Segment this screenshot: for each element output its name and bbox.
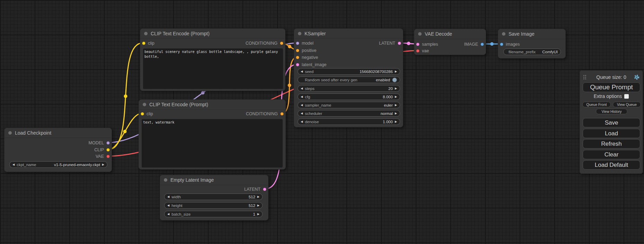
positive-prompt-textarea[interactable]: beautiful scenery nature glass bottle la… bbox=[143, 48, 283, 89]
collapse-dot-icon[interactable] bbox=[143, 103, 146, 106]
extra-options-checkbox[interactable] bbox=[624, 94, 629, 99]
node-clip-text-encode-positive[interactable]: CLIP Text Encode (Prompt) clip CONDITION… bbox=[140, 28, 285, 91]
increment-arrow-icon[interactable]: ▶ bbox=[102, 163, 104, 166]
output-slot-clip[interactable]: CLIP bbox=[5, 146, 112, 153]
input-slot-positive[interactable]: positive bbox=[294, 47, 403, 54]
slot-dot-model[interactable] bbox=[296, 42, 299, 45]
output-slot-image[interactable]: IMAGE bbox=[464, 42, 484, 47]
collapse-dot-icon[interactable] bbox=[298, 32, 301, 35]
increment-arrow-icon[interactable]: ▶ bbox=[395, 96, 397, 98]
wire-midpoint-dot-positive-conditioning[interactable] bbox=[288, 45, 291, 48]
increment-arrow-icon[interactable]: ▶ bbox=[257, 204, 259, 207]
load-default-button[interactable]: Load Default bbox=[583, 160, 640, 170]
widget-denoise[interactable]: ◀ denoise 1.000 ▶ bbox=[298, 118, 400, 125]
input-slot-clip[interactable]: clip bbox=[141, 111, 153, 116]
input-slot-clip[interactable]: clip bbox=[142, 41, 155, 46]
node-clip-text-encode-negative[interactable]: CLIP Text Encode (Prompt) clip CONDITION… bbox=[139, 99, 286, 170]
output-slot-model[interactable]: MODEL bbox=[5, 139, 112, 146]
output-slot-vae[interactable]: VAE bbox=[5, 153, 112, 160]
collapse-dot-icon[interactable] bbox=[8, 131, 12, 135]
increment-arrow-icon[interactable]: ▶ bbox=[395, 70, 397, 73]
widget-random-seed[interactable]: Random seed after every gen enabled bbox=[298, 76, 400, 83]
widget-sampler-name[interactable]: ◀ sampler_name euler ▶ bbox=[298, 102, 400, 108]
decrement-arrow-icon[interactable]: ◀ bbox=[301, 112, 303, 115]
random-seed-toggle[interactable] bbox=[392, 78, 397, 82]
increment-arrow-icon[interactable]: ▶ bbox=[257, 196, 259, 198]
increment-arrow-icon[interactable]: ▶ bbox=[395, 87, 397, 90]
clear-button[interactable]: Clear bbox=[583, 150, 640, 159]
node-graph-canvas[interactable]: Load Checkpoint MODEL CLIP VAE ◀ ckpt_na… bbox=[0, 0, 644, 244]
increment-arrow-icon[interactable]: ▶ bbox=[257, 213, 259, 216]
output-slot-latent[interactable]: LATENT bbox=[379, 41, 401, 46]
slot-dot-image[interactable] bbox=[500, 43, 503, 46]
slot-dot-conditioning[interactable] bbox=[280, 112, 284, 116]
input-slot-samples[interactable]: samples bbox=[416, 42, 438, 47]
slot-dot-latent[interactable] bbox=[296, 63, 299, 66]
node-empty-latent-image[interactable]: Empty Latent Image LATENT ◀ width 512 ▶ … bbox=[160, 175, 268, 220]
widget-filename-prefix[interactable]: filename_prefix ComfyUI bbox=[503, 48, 561, 55]
decrement-arrow-icon[interactable]: ◀ bbox=[167, 204, 169, 207]
output-slot-conditioning[interactable]: CONDITIONING bbox=[246, 41, 283, 46]
gear-icon[interactable] bbox=[634, 74, 640, 80]
widget-height[interactable]: ◀ height 512 ▶ bbox=[164, 202, 263, 209]
node-save-image[interactable]: Save Image images filename_prefix ComfyU… bbox=[498, 29, 566, 58]
widget-scheduler[interactable]: ◀ scheduler normal ▶ bbox=[298, 110, 400, 117]
node-ksampler[interactable]: KSampler model LATENT positive negative … bbox=[294, 28, 403, 127]
increment-arrow-icon[interactable]: ▶ bbox=[395, 112, 397, 115]
decrement-arrow-icon[interactable]: ◀ bbox=[301, 120, 303, 123]
wire-midpoint-dot-negative-conditioning[interactable] bbox=[288, 84, 291, 87]
drag-handle-icon[interactable] bbox=[583, 74, 586, 80]
decrement-arrow-icon[interactable]: ◀ bbox=[167, 196, 169, 198]
node-vae-decode[interactable]: VAE Decode samples IMAGE vae bbox=[414, 29, 486, 55]
decrement-arrow-icon[interactable]: ◀ bbox=[301, 104, 303, 107]
widget-cfg[interactable]: ◀ cfg 8.000 ▶ bbox=[298, 93, 400, 100]
input-slot-negative[interactable]: negative bbox=[294, 54, 403, 61]
load-button[interactable]: Load bbox=[583, 129, 640, 138]
decrement-arrow-icon[interactable]: ◀ bbox=[301, 70, 303, 73]
node-load-checkpoint[interactable]: Load Checkpoint MODEL CLIP VAE ◀ ckpt_na… bbox=[4, 128, 112, 172]
input-slot-latent-image[interactable]: latent_image bbox=[294, 61, 403, 68]
widget-batch-size[interactable]: ◀ batch_size 1 ▶ bbox=[164, 211, 263, 217]
slot-dot-image[interactable] bbox=[480, 43, 484, 46]
view-queue-button[interactable]: View Queue bbox=[613, 102, 641, 107]
collapse-dot-icon[interactable] bbox=[164, 178, 167, 182]
refresh-button[interactable]: Refresh bbox=[583, 139, 640, 148]
wire-midpoint-dot-clip-to-negative-prompt[interactable] bbox=[123, 130, 127, 133]
negative-prompt-textarea[interactable]: text, watermark bbox=[142, 119, 283, 168]
decrement-arrow-icon[interactable]: ◀ bbox=[167, 213, 169, 216]
queue-front-button[interactable]: Queue Front bbox=[582, 102, 611, 107]
queue-prompt-button[interactable]: Queue Prompt bbox=[583, 82, 640, 92]
collapse-dot-icon[interactable] bbox=[144, 32, 148, 35]
slot-dot-conditioning[interactable] bbox=[296, 49, 299, 52]
node-title-bar[interactable]: Empty Latent Image bbox=[160, 175, 268, 185]
decrement-arrow-icon[interactable]: ◀ bbox=[12, 163, 15, 166]
node-title-bar[interactable]: VAE Decode bbox=[414, 29, 486, 39]
collapse-dot-icon[interactable] bbox=[418, 32, 422, 36]
slot-dot-conditioning[interactable] bbox=[280, 42, 283, 45]
decrement-arrow-icon[interactable]: ◀ bbox=[301, 96, 303, 98]
input-slot-images[interactable]: images bbox=[498, 41, 565, 48]
widget-width[interactable]: ◀ width 512 ▶ bbox=[164, 193, 263, 200]
widget-ckpt-name[interactable]: ◀ ckpt_name v1-5-pruned-emaonly.ckpt ▶ bbox=[9, 161, 107, 168]
output-slot-conditioning[interactable]: CONDITIONING bbox=[246, 111, 284, 116]
output-slot-latent[interactable]: LATENT bbox=[160, 186, 268, 193]
wire-midpoint-dot-clip-to-positive-prompt[interactable] bbox=[124, 94, 127, 98]
slot-dot-clip[interactable] bbox=[106, 148, 110, 152]
slot-dot-clip[interactable] bbox=[142, 42, 145, 45]
input-slot-model[interactable]: model bbox=[296, 41, 314, 46]
widget-steps[interactable]: ◀ steps 20 ▶ bbox=[298, 85, 400, 92]
slot-dot-model[interactable] bbox=[106, 141, 110, 145]
slot-dot-latent[interactable] bbox=[263, 188, 266, 191]
slot-dot-conditioning[interactable] bbox=[296, 56, 299, 59]
node-title-bar[interactable]: KSampler bbox=[294, 29, 403, 39]
collapse-dot-icon[interactable] bbox=[502, 32, 505, 36]
node-title-bar[interactable]: Load Checkpoint bbox=[5, 128, 112, 138]
node-title-bar[interactable]: CLIP Text Encode (Prompt) bbox=[139, 100, 285, 110]
input-slot-vae[interactable]: vae bbox=[414, 47, 486, 54]
wire-midpoint-dot-latent-to-vae-decode[interactable] bbox=[407, 42, 411, 45]
increment-arrow-icon[interactable]: ▶ bbox=[395, 104, 397, 107]
slot-dot-clip[interactable] bbox=[141, 112, 144, 116]
decrement-arrow-icon[interactable]: ◀ bbox=[301, 87, 303, 90]
node-title-bar[interactable]: Save Image bbox=[498, 29, 565, 39]
save-button[interactable]: Save bbox=[583, 118, 640, 127]
